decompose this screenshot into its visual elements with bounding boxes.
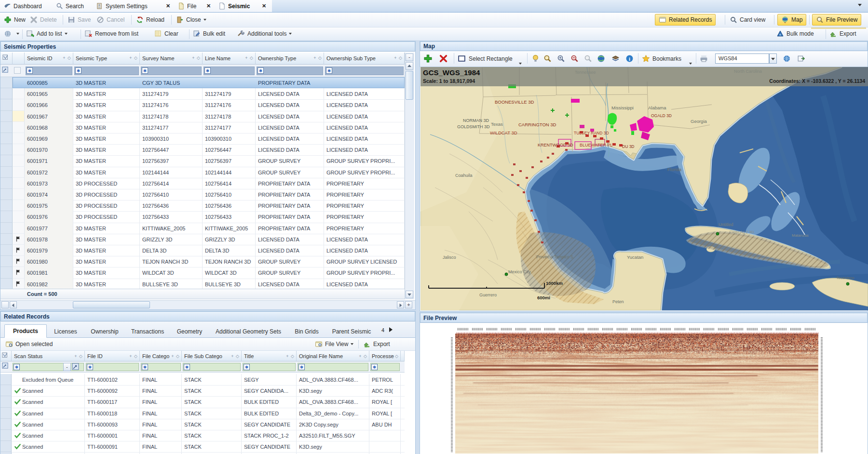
svg-text:600mi: 600mi (537, 295, 550, 300)
svg-text:GCS_WGS_1984: GCS_WGS_1984 (423, 68, 480, 77)
svg-text:1000km: 1000km (546, 280, 563, 286)
svg-text:Tocarrieno: Tocarrieno (836, 276, 854, 280)
svg-text:CARRINGTON 3D: CARRINGTON 3D (518, 122, 556, 127)
svg-text:NORMAN 3D: NORMAN 3D (463, 118, 489, 123)
svg-text:Provincia Tampico S: Provincia Tampico S (536, 254, 573, 259)
svg-text:Mexico City: Mexico City (508, 269, 531, 274)
svg-text:KRENTWOOD 3D: KRENTWOOD 3D (538, 143, 573, 147)
svg-text:Matanzas: Matanzas (792, 233, 809, 238)
svg-text:OGALD 3D: OGALD 3D (651, 113, 672, 118)
svg-text:Texas: Texas (491, 121, 503, 127)
svg-text:Yucatan: Yucatan (627, 254, 643, 260)
svg-text:GOLDSMITH 3D: GOLDSMITH 3D (457, 124, 490, 129)
svg-text:Scale: 1 to 18,917,094: Scale: 1 to 18,917,094 (423, 78, 475, 84)
svg-text:Georgia: Georgia (691, 119, 707, 124)
svg-text:Coordinates: X = -103.6322 , Y: Coordinates: X = -103.6322 , Y = 26.1134 (769, 78, 865, 84)
svg-text:TULSEY RAND 3D: TULSEY RAND 3D (574, 131, 609, 135)
svg-text:i: i (629, 56, 630, 62)
svg-text:Mississippi: Mississippi (611, 105, 634, 110)
svg-text:Untitled: Untitled (719, 222, 733, 227)
svg-text:North Carolina: North Carolina (734, 69, 762, 74)
svg-text:Guerrero: Guerrero (479, 293, 497, 297)
svg-text:Ciego Ag 2 3D: Ciego Ag 2 3D (729, 230, 754, 234)
svg-text:Jalisco: Jalisco (443, 255, 456, 260)
svg-text:BLUEWATER PL: BLUEWATER PL (580, 143, 613, 147)
svg-text:DU 3D: DU 3D (622, 144, 635, 149)
svg-text:Florida: Florida (667, 167, 682, 172)
svg-text:BOONESVILLE 3D: BOONESVILLE 3D (495, 99, 534, 105)
svg-text:Alabama: Alabama (648, 105, 666, 110)
svg-text:Tennessee: Tennessee (575, 70, 596, 75)
svg-text:Coahuila: Coahuila (455, 173, 473, 178)
svg-text:Peten: Peten (612, 299, 624, 304)
svg-text:WILDCAT 3D: WILDCAT 3D (490, 130, 517, 135)
